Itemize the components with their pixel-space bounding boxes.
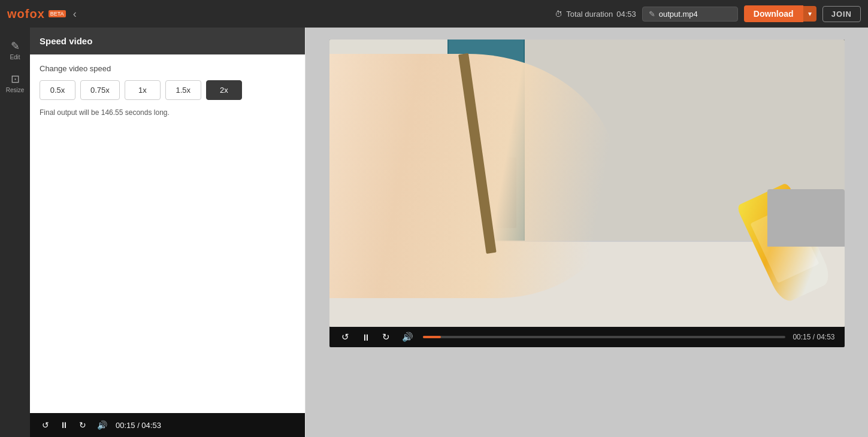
duration-value: 04:53 [616,10,636,19]
sidebar-item-edit[interactable]: ✎ Edit [0,35,30,65]
logo: wofoxBETA [7,7,66,21]
video-player-controls: ↺ ⏸ ↻ 🔊 00:15 / 04:53 [329,327,845,347]
speed-panel: Speed video Change video speed 0.5x 0.75… [30,28,306,437]
couch [767,189,845,247]
speed-btn-1x[interactable]: 1x [125,80,161,100]
video-time-display: 00:15 / 04:53 [793,333,834,341]
duration-info: ⏱ Total duration 04:53 [555,10,636,19]
header-left: wofoxBETA ‹ [7,7,77,21]
speed-buttons: 0.5x 0.75x 1x 1.5x 2x [40,80,295,100]
pause-btn[interactable]: ⏸ [58,419,71,431]
clock-icon: ⏱ [555,10,562,19]
video-area: ↺ ⏸ ↻ 🔊 00:15 / 04:53 [306,28,868,437]
filename-container: ✎ [642,7,738,22]
speed-btn-1-5x[interactable]: 1.5x [165,80,201,100]
output-info: Final output will be 146.55 seconds long… [40,108,295,117]
speed-btn-0-5x[interactable]: 0.5x [40,80,75,100]
download-arrow-button[interactable]: ▾ [803,6,816,22]
edit-file-icon: ✎ [649,10,655,19]
speed-btn-0-75x[interactable]: 0.75x [80,80,120,100]
panel-time-display: 00:15 / 04:53 [116,421,161,430]
volume-btn[interactable]: 🔊 [95,419,110,431]
edit-icon: ✎ [11,40,20,53]
panel-title: Speed video [40,36,92,46]
video-pause-btn[interactable]: ⏸ [359,331,373,344]
main-area: ✎ Edit ⊡ Resize Speed video Change video… [0,28,868,437]
sidebar-edit-label: Edit [10,54,20,60]
video-container [329,40,845,327]
header-right: ⏱ Total duration 04:53 ✎ Download ▾ JOIN [555,5,861,22]
header: wofoxBETA ‹ ⏱ Total duration 04:53 ✎ Dow… [0,0,868,28]
logo-text: wofox [7,7,45,21]
progress-bar[interactable] [423,336,786,338]
panel-bottom-bar: ↺ ⏸ ↻ 🔊 00:15 / 04:53 [30,413,305,437]
speed-btn-2x[interactable]: 2x [206,80,242,100]
progress-fill [423,336,441,338]
panel-header: Speed video [30,28,305,54]
logo-beta: BETA [49,10,66,17]
download-button[interactable]: Download [744,5,803,22]
resize-icon: ⊡ [11,72,20,86]
change-speed-label: Change video speed [40,64,295,73]
video-scene [329,40,845,327]
restart-btn[interactable]: ↺ [40,419,52,431]
panel-body: Change video speed 0.5x 0.75x 1x 1.5x 2x… [30,54,305,413]
join-button[interactable]: JOIN [822,6,861,22]
duration-label: Total duration [566,10,613,19]
back-button[interactable]: ‹ [73,8,77,20]
video-volume-btn[interactable]: 🔊 [400,330,416,344]
video-forward-btn[interactable]: ↻ [380,330,392,344]
sidebar-resize-label: Resize [6,87,25,93]
video-restart-btn[interactable]: ↺ [339,330,352,344]
sidebar-item-resize[interactable]: ⊡ Resize [0,68,30,98]
sidebar-icons: ✎ Edit ⊡ Resize [0,28,30,437]
forward-btn[interactable]: ↻ [77,419,89,431]
download-btn-group: Download ▾ [744,5,816,22]
filename-input[interactable] [659,10,731,19]
